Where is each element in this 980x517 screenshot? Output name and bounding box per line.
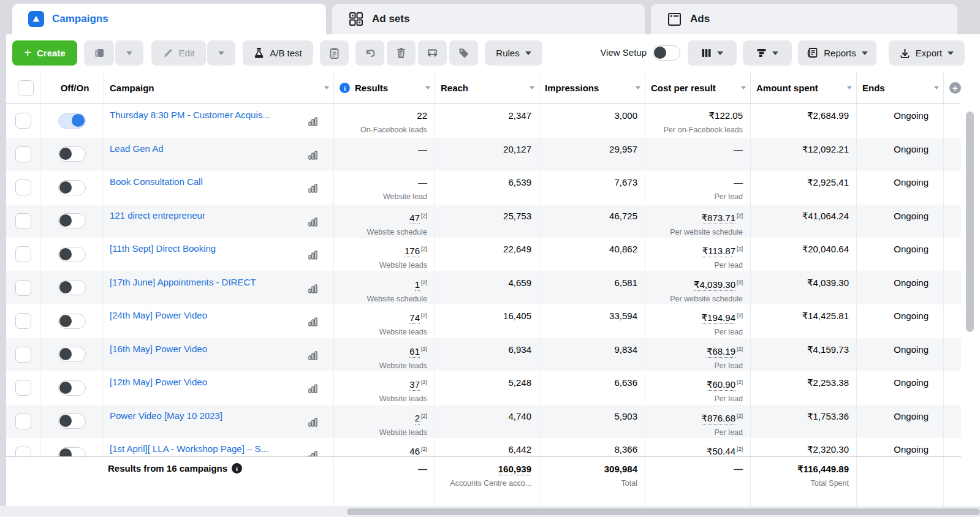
row-checkbox[interactable]: [15, 113, 31, 129]
view-charts-icon[interactable]: [308, 384, 317, 396]
columns-button[interactable]: [688, 40, 737, 66]
header-amount-spent[interactable]: Amount spent: [751, 72, 857, 104]
footnote-ref: [2]: [737, 346, 743, 352]
clipboard-button[interactable]: [320, 40, 349, 66]
tab-ad-sets[interactable]: Ad sets: [332, 4, 645, 34]
view-charts-icon[interactable]: [308, 151, 317, 162]
create-button[interactable]: + Create: [12, 40, 77, 66]
info-icon[interactable]: i: [232, 463, 242, 474]
view-charts-icon[interactable]: [308, 117, 317, 129]
row-checkbox[interactable]: [15, 347, 31, 363]
duplicate-dropdown-button[interactable]: [115, 40, 143, 66]
view-charts-icon[interactable]: [308, 184, 317, 195]
ends-cell: Ongoing: [857, 271, 944, 305]
export-button[interactable]: Export: [889, 40, 965, 66]
view-charts-icon[interactable]: [308, 351, 317, 363]
reach-cell: 6,934: [435, 338, 539, 372]
row-toggle-cell: [40, 371, 104, 405]
campaign-link[interactable]: [11th Sept] Direct Booking: [110, 243, 306, 254]
campaign-link[interactable]: 121 direct entrepreneur: [110, 210, 306, 221]
header-campaign[interactable]: Campaign: [104, 72, 334, 104]
view-charts-icon[interactable]: [308, 217, 317, 229]
rules-button[interactable]: Rules: [485, 40, 542, 66]
campaign-link[interactable]: [1st April][ LLA - Workshop Page] – S...: [110, 443, 306, 454]
reports-button[interactable]: Reports: [798, 40, 876, 66]
row-checkbox[interactable]: [15, 380, 31, 396]
table-row: Power Video [May 10 2023] 2[2] Website l…: [6, 405, 961, 439]
edit-button[interactable]: Edit: [151, 40, 206, 66]
header-results[interactable]: iResults: [334, 72, 435, 104]
row-checkbox[interactable]: [15, 179, 31, 195]
campaign-link[interactable]: [24th May] Power Video: [110, 310, 306, 320]
view-charts-icon[interactable]: [308, 251, 317, 262]
undo-button[interactable]: [355, 40, 384, 66]
campaign-toggle[interactable]: [58, 213, 86, 228]
campaign-toggle[interactable]: [58, 247, 86, 262]
header-cost-per-result[interactable]: Cost per result: [645, 72, 751, 104]
header-ends[interactable]: Ends: [857, 72, 944, 104]
chevron-down-icon: [717, 51, 723, 55]
sort-caret-icon[interactable]: [636, 86, 640, 89]
toggle-knob: [59, 415, 72, 427]
campaign-toggle[interactable]: [58, 280, 86, 295]
row-checkbox[interactable]: [15, 246, 31, 262]
row-checkbox[interactable]: [15, 213, 31, 229]
view-setup-toggle[interactable]: [653, 45, 680, 61]
summary-cost-per-result: —: [645, 457, 751, 506]
results-cell: 176[2] Website leads: [334, 238, 435, 271]
breakdown-button[interactable]: [743, 40, 792, 66]
header-impressions[interactable]: Impressions: [539, 72, 645, 104]
campaign-link[interactable]: Book Consultation Call: [110, 176, 306, 187]
sort-caret-icon[interactable]: [425, 86, 430, 89]
edit-dropdown-button[interactable]: [207, 40, 235, 66]
ends-cell: Ongoing: [857, 238, 944, 271]
view-charts-icon[interactable]: [308, 418, 317, 429]
cost-per-result-cell: ₹68.19[2] Per lead: [645, 338, 751, 372]
tag-button[interactable]: [449, 40, 478, 66]
duplicate-button[interactable]: [84, 40, 114, 66]
campaign-link[interactable]: [17th June] Appointments - DIRECT: [110, 277, 306, 287]
row-checkbox[interactable]: [15, 313, 31, 329]
view-charts-icon[interactable]: [308, 284, 317, 296]
sort-caret-icon[interactable]: [324, 86, 329, 89]
row-checkbox[interactable]: [15, 280, 31, 296]
campaign-toggle[interactable]: [58, 180, 86, 195]
sort-caret-icon[interactable]: [847, 86, 852, 89]
header-reach[interactable]: Reach: [435, 72, 539, 104]
tab-ads[interactable]: Ads: [651, 4, 957, 34]
view-charts-icon[interactable]: [308, 317, 317, 329]
info-icon[interactable]: i: [340, 83, 350, 93]
compare-button[interactable]: [418, 40, 447, 66]
footnote-ref: [2]: [421, 379, 427, 385]
campaign-toggle[interactable]: [58, 113, 86, 129]
row-checkbox-cell: [6, 304, 40, 338]
row-checkbox[interactable]: [15, 413, 31, 429]
campaign-link[interactable]: [16th May] Power Video: [110, 344, 306, 354]
tab-campaigns[interactable]: Campaigns: [12, 4, 326, 34]
campaign-toggle[interactable]: [58, 347, 86, 362]
campaign-link[interactable]: [12th May] Power Video: [110, 377, 306, 387]
row-checkbox-cell: [6, 138, 40, 172]
amount-spent-cell: ₹2,684.99: [751, 104, 857, 138]
row-toggle-cell: [40, 238, 104, 271]
add-column-icon[interactable]: +: [949, 82, 961, 94]
sort-caret-icon[interactable]: [934, 86, 939, 89]
campaign-link[interactable]: Thursday 8:30 PM - Customer Acquis...: [110, 110, 306, 120]
campaign-link[interactable]: Lead Gen Ad: [110, 143, 306, 154]
sort-caret-icon[interactable]: [741, 86, 746, 89]
campaign-toggle[interactable]: [58, 146, 86, 162]
vertical-scrollbar[interactable]: [966, 111, 974, 332]
horizontal-scrollbar[interactable]: [347, 508, 980, 515]
campaign-toggle[interactable]: [58, 380, 86, 396]
select-all-checkbox[interactable]: [18, 80, 34, 96]
trash-icon: [396, 47, 406, 59]
reports-icon: [807, 47, 818, 59]
extra-cell: [944, 405, 961, 439]
ab-test-button[interactable]: A/B test: [243, 40, 313, 66]
campaign-toggle[interactable]: [58, 413, 86, 429]
sort-caret-icon[interactable]: [530, 86, 534, 89]
delete-button[interactable]: [387, 40, 416, 66]
row-checkbox[interactable]: [15, 146, 31, 162]
campaign-toggle[interactable]: [58, 314, 86, 329]
campaign-link[interactable]: Power Video [May 10 2023]: [110, 410, 306, 421]
